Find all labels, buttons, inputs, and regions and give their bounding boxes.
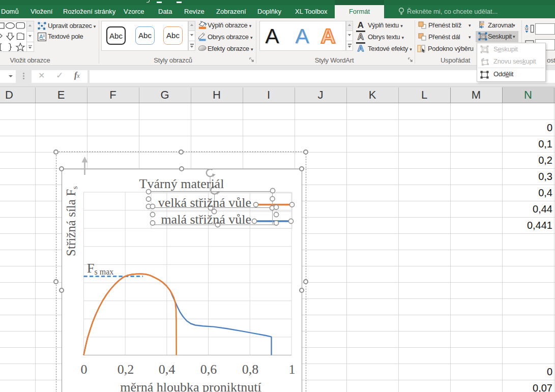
- svg-text:A: A: [39, 34, 43, 40]
